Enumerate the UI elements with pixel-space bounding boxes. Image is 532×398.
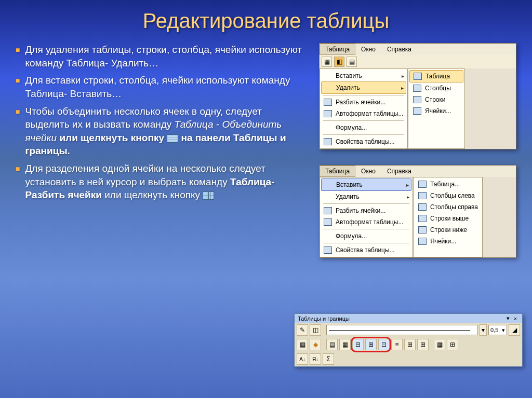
slide-title: Редактирование таблицы	[0, 0, 532, 33]
menu-help[interactable]: Справка	[381, 166, 417, 177]
fill-color-icon[interactable]: ◆	[310, 339, 321, 350]
split-cells-btn-2[interactable]: ⊞	[365, 339, 377, 350]
autoformat-icon[interactable]: ▦	[434, 339, 445, 350]
menu-item-label: Ячейки...	[425, 107, 460, 115]
merge-cells-icon[interactable]: ▦	[339, 339, 351, 350]
menu-item-label: Автоформат таблицы...	[336, 218, 409, 226]
menu-item[interactable]: Разбить ячейки...	[321, 97, 406, 108]
menu-item[interactable]: Разбить ячейки...	[321, 205, 411, 216]
menu-item-label: Строки выше	[430, 215, 478, 222]
close-icon[interactable]: ×	[512, 315, 519, 322]
menu-item[interactable]: Формула...	[321, 122, 406, 133]
menu-item-icon	[324, 84, 333, 92]
toolbar-options-icon[interactable]: ▾	[504, 315, 512, 322]
menu-table[interactable]: Таблица	[320, 44, 355, 55]
distribute-cols-icon[interactable]: ⊞	[417, 339, 429, 350]
menu-table[interactable]: Таблица	[320, 166, 355, 177]
menu-item[interactable]: Строки ниже	[415, 224, 481, 236]
align-icon[interactable]: ≡	[391, 339, 403, 350]
menu-item-label: Столбцы	[425, 85, 460, 92]
menu-item-icon	[323, 123, 332, 132]
menu-item-label: Формула...	[336, 232, 409, 240]
eraser-icon[interactable]: ◫	[310, 324, 321, 336]
menu-item-icon	[323, 109, 332, 118]
menu-item[interactable]: Автоформат таблицы...	[321, 216, 411, 228]
menu-separator	[323, 134, 404, 135]
menu-item[interactable]: Ячейки...	[409, 105, 463, 117]
bullet-text: Для вставки строки, столбца, ячейки испо…	[25, 74, 309, 100]
line-weight-dropdown[interactable]: 0,5 ▾	[488, 325, 507, 335]
split-cells-btn-1[interactable]: ⊟	[352, 339, 364, 350]
line-style-dropdown[interactable]	[326, 325, 478, 335]
menu-item-icon	[418, 237, 427, 245]
submenu-arrow-icon: ▸	[402, 73, 404, 79]
menu-item[interactable]: Таблица...	[415, 179, 481, 190]
bullet-marker-icon: ■	[16, 43, 20, 70]
toolbar-btn[interactable]: ▤	[347, 57, 357, 67]
menu-item-label: Вставить	[336, 181, 403, 188]
menu-screenshot-delete: Таблица Окно Справка ▦ ◧ ▤ Вставить▸Удал…	[319, 43, 516, 149]
menu-item[interactable]: Удалить▸	[321, 81, 406, 94]
menu-item-icon	[323, 218, 332, 226]
menu-item-label: Столбцы слева	[430, 192, 478, 199]
menu-item-icon	[323, 246, 332, 254]
merge-cells-icon	[167, 134, 178, 143]
menu-item-icon	[323, 98, 332, 106]
split-cells-icon	[203, 191, 214, 200]
menu-item[interactable]: Свойства таблицы...	[321, 136, 406, 147]
menu-item-icon	[323, 72, 332, 80]
menu-item-label: Формула...	[336, 124, 404, 131]
dropdown-icon[interactable]: ▾	[480, 324, 487, 336]
menu-item-icon	[418, 191, 427, 200]
menu-item[interactable]: Таблица	[409, 70, 463, 83]
sort-asc-icon[interactable]: A↓	[297, 353, 308, 365]
bullet-text: Для удаления таблицы, строки, столбца, я…	[25, 43, 309, 70]
menu-item[interactable]: Автоформат таблицы...	[321, 108, 406, 119]
menu-item[interactable]: Строки	[409, 94, 463, 105]
menu-window[interactable]: Окно	[355, 166, 381, 177]
menu-item[interactable]: Формула...	[321, 230, 411, 242]
sort-desc-icon[interactable]: Я↓	[310, 353, 321, 365]
menu-item[interactable]: Ячейки...	[415, 236, 481, 247]
menu-item-icon	[418, 226, 427, 234]
autosum-icon[interactable]: Σ	[323, 353, 334, 365]
menu-item[interactable]: Столбцы	[409, 83, 463, 94]
menu-item-icon	[413, 95, 422, 104]
menu-separator	[323, 243, 409, 243]
distribute-rows-icon[interactable]: ⊞	[404, 339, 416, 350]
arrow-dd-icon[interactable]: ⊞	[447, 339, 458, 350]
borders-icon[interactable]: ▦	[297, 339, 308, 350]
menu-item[interactable]: Строки выше	[415, 213, 481, 224]
menu-item-label: Разбить ячейки...	[336, 99, 404, 106]
menu-window[interactable]: Окно	[355, 44, 381, 55]
split-cells-btn-3[interactable]: ⊡	[378, 339, 390, 350]
toolbar-btn[interactable]: ▦	[322, 57, 332, 67]
submenu-arrow-icon: ▸	[401, 85, 404, 91]
menu-item-label: Свойства таблицы...	[336, 138, 404, 145]
bullet-marker-icon: ■	[16, 105, 20, 158]
menu-item[interactable]: Удалить▸	[321, 191, 411, 202]
menu-item[interactable]: Вставить▸	[321, 70, 406, 81]
menu-item-label: Строки	[425, 96, 460, 103]
menu-item[interactable]: Свойства таблицы...	[321, 244, 411, 256]
menu-item[interactable]: Столбцы слева	[415, 190, 481, 201]
menu-item-label: Свойства таблицы...	[336, 246, 409, 254]
toolbar-btn[interactable]: ◧	[334, 57, 344, 67]
menu-separator	[323, 120, 404, 121]
menu-item[interactable]: Вставить▸	[321, 179, 411, 191]
insert-table-icon[interactable]: ▤	[326, 339, 338, 350]
menu-item-label: Удалить	[336, 193, 404, 200]
menu-item-icon	[324, 181, 333, 189]
menu-item[interactable]: Столбцы справа	[415, 201, 481, 213]
border-color-icon[interactable]: ◢	[509, 324, 520, 336]
menu-item-icon	[413, 84, 422, 92]
bullet-list: ■ Для удаления таблицы, строки, столбца,…	[16, 43, 319, 258]
bullet-marker-icon: ■	[16, 74, 20, 100]
menu-item-icon	[413, 72, 422, 80]
menu-separator	[323, 203, 409, 204]
draw-table-icon[interactable]: ✎	[297, 324, 308, 336]
menu-help[interactable]: Справка	[381, 44, 417, 55]
menu-item-icon	[323, 138, 332, 146]
menu-item-icon	[323, 232, 332, 240]
bullet-marker-icon: ■	[16, 162, 20, 202]
